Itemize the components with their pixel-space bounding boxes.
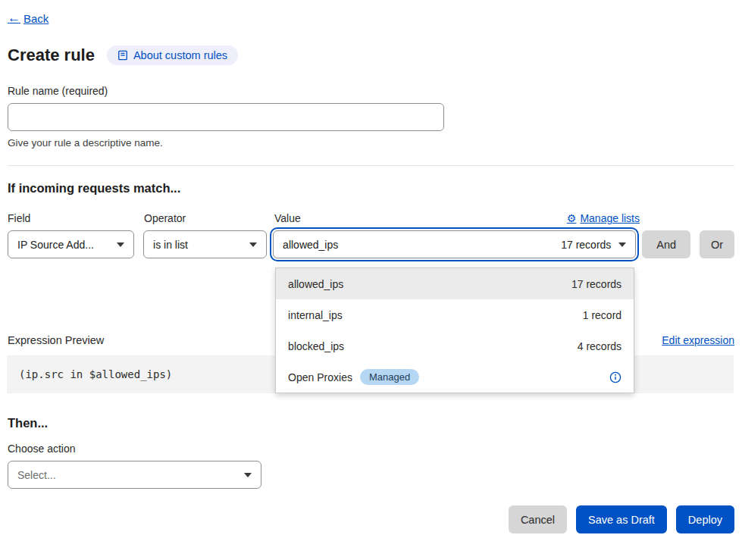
chevron-down-icon: [249, 242, 257, 247]
list-option-blocked-ips[interactable]: blocked_ips 4 records: [276, 330, 634, 361]
value-select-name: allowed_ips: [283, 239, 338, 251]
page-title: Create rule: [8, 45, 95, 65]
list-option-count: 1 record: [583, 309, 621, 321]
match-labels-row: Field Operator Value ⚙Manage lists: [8, 212, 734, 224]
edit-expression-link[interactable]: Edit expression: [662, 334, 734, 346]
or-button[interactable]: Or: [700, 230, 734, 258]
book-icon: [117, 50, 128, 61]
cancel-button[interactable]: Cancel: [509, 505, 567, 533]
rule-name-section: Rule name (required) Give your rule a de…: [8, 85, 734, 149]
action-select[interactable]: Select...: [8, 461, 261, 489]
back-label: Back: [23, 12, 49, 25]
back-row: ←Back: [8, 11, 734, 26]
action-select-placeholder: Select...: [17, 469, 56, 481]
list-option-name: allowed_ips: [288, 278, 343, 290]
list-option-allowed-ips[interactable]: allowed_ips 17 records: [276, 268, 634, 299]
operator-select-value: is in list: [153, 239, 188, 251]
operator-label: Operator: [144, 212, 268, 224]
list-option-open-proxies[interactable]: Open Proxies Managed: [276, 361, 634, 393]
list-option-name: internal_ips: [288, 309, 343, 321]
rule-name-input[interactable]: [8, 103, 444, 131]
info-icon[interactable]: [609, 371, 621, 383]
match-heading: If incoming requests match...: [8, 181, 734, 196]
field-select[interactable]: IP Source Add...: [8, 230, 134, 258]
back-link[interactable]: ←Back: [8, 11, 49, 26]
field-select-value: IP Source Add...: [17, 239, 94, 251]
operator-select[interactable]: is in list: [143, 230, 267, 258]
deploy-button[interactable]: Deploy: [676, 505, 734, 533]
manage-lists-link[interactable]: ⚙Manage lists: [567, 212, 640, 224]
then-heading: Then...: [8, 416, 734, 430]
chevron-down-icon: [117, 242, 124, 247]
about-label: About custom rules: [133, 49, 227, 61]
chevron-down-icon: [244, 473, 252, 477]
and-button[interactable]: And: [642, 230, 690, 258]
chevron-down-icon: [618, 242, 626, 247]
gear-icon: ⚙: [567, 212, 577, 224]
back-arrow-icon: ←: [8, 11, 20, 26]
about-custom-rules-link[interactable]: About custom rules: [107, 45, 238, 65]
rule-name-help: Give your rule a descriptive name.: [8, 137, 734, 149]
list-dropdown-menu: allowed_ips 17 records internal_ips 1 re…: [275, 267, 634, 393]
value-select-count: 17 records: [561, 239, 611, 251]
managed-badge: Managed: [360, 369, 419, 385]
field-label: Field: [8, 212, 135, 224]
value-label-row: Value ⚙Manage lists: [274, 212, 640, 224]
list-option-name: Open Proxies: [288, 371, 352, 383]
list-option-internal-ips[interactable]: internal_ips 1 record: [276, 299, 634, 330]
footer-actions: Cancel Save as Draft Deploy: [8, 505, 734, 533]
manage-lists-label: Manage lists: [580, 212, 640, 224]
choose-action-label: Choose action: [8, 443, 734, 455]
action-section: Choose action Select...: [8, 443, 734, 489]
rule-name-label: Rule name (required): [8, 85, 734, 97]
list-option-count: 4 records: [578, 340, 621, 352]
value-label: Value: [274, 212, 301, 224]
value-select[interactable]: allowed_ips 17 records: [273, 230, 636, 258]
match-controls-row: IP Source Add... is in list allowed_ips …: [8, 230, 734, 258]
expression-preview-label: Expression Preview: [8, 334, 104, 346]
save-as-draft-button[interactable]: Save as Draft: [576, 505, 667, 533]
section-divider: [8, 165, 734, 166]
list-option-count: 17 records: [571, 278, 621, 290]
list-option-name: blocked_ips: [288, 340, 344, 352]
title-row: Create rule About custom rules: [8, 45, 734, 65]
